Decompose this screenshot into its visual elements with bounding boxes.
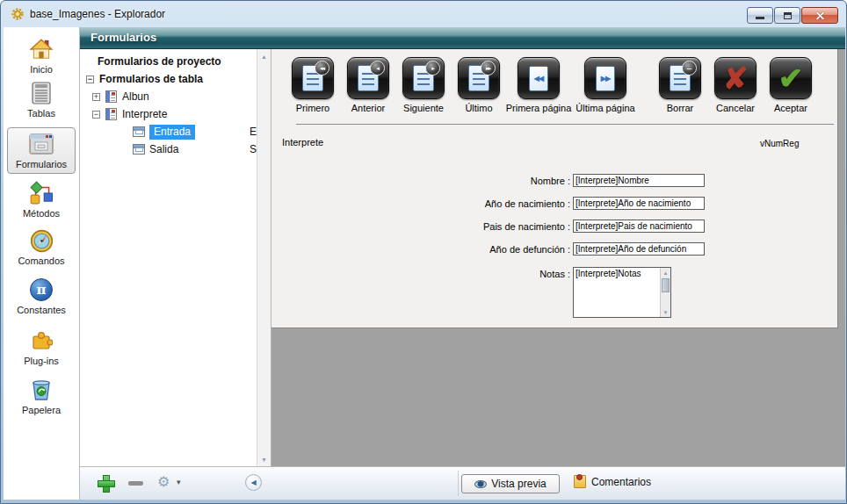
- tree-item-label: Interprete: [122, 108, 167, 120]
- tree-item-label-selected: Entrada: [149, 125, 195, 140]
- ano-defuncion-field[interactable]: [Interprete]Año de defunción: [573, 242, 705, 256]
- cancel-button[interactable]: ✘: [714, 57, 757, 99]
- sidebar-item-label: Papelera: [22, 405, 61, 415]
- delete-record-button[interactable]: −: [659, 57, 701, 99]
- previous-record-button[interactable]: ◂: [347, 57, 389, 99]
- sidebar-item-metodos[interactable]: Métodos: [7, 180, 76, 219]
- scroll-down-icon[interactable]: ▼: [661, 307, 670, 317]
- scrollbar-thumb[interactable]: [662, 278, 670, 292]
- collapse-panel-button[interactable]: ◀: [245, 474, 262, 491]
- comments-toggle[interactable]: Comentarios: [574, 475, 651, 488]
- toolbar-button-label: Última página: [563, 103, 648, 113]
- tree-item-salida[interactable]: Salida S: [80, 140, 257, 158]
- trash-icon: [28, 377, 54, 403]
- scroll-up-icon[interactable]: ▲: [257, 49, 271, 63]
- preview-button-label: Vista previa: [491, 478, 546, 490]
- cancel-x-icon: ✘: [723, 63, 749, 93]
- scroll-down-icon[interactable]: ▼: [257, 452, 271, 466]
- tree-item-label: Formularios de tabla: [99, 73, 203, 85]
- options-caret-icon[interactable]: ▾: [177, 478, 181, 486]
- collapse-expander-icon[interactable]: −: [92, 111, 100, 119]
- titlebar: base_Imagenes - Explorador: [1, 1, 846, 27]
- notas-field[interactable]: [Interprete]Notas ▲ ▼: [573, 267, 671, 318]
- first-page-icon: ◀◀: [529, 66, 548, 91]
- options-gear-icon[interactable]: ⚙: [157, 473, 170, 490]
- sidebar-item-comandos[interactable]: Comandos: [7, 227, 76, 266]
- commands-compass-icon: [28, 227, 54, 254]
- field-label-notas: Notas :: [342, 269, 570, 279]
- tree-item-formularios-tabla[interactable]: − Formularios de tabla: [80, 70, 257, 88]
- table-icon: [105, 90, 117, 103]
- maximize-button[interactable]: [774, 7, 800, 24]
- field-label-pais-nacimiento: Pais de nacimiento :: [342, 221, 570, 232]
- eye-icon: [474, 480, 487, 488]
- form-type-tag: E: [250, 126, 257, 138]
- sidebar-item-plugins[interactable]: Plug-ins: [7, 328, 76, 366]
- sidebar: Inicio Tablas: [4, 27, 80, 500]
- maximize-icon: [784, 12, 792, 19]
- sidebar-item-formularios[interactable]: Formularios: [7, 127, 76, 174]
- scroll-up-icon[interactable]: ▲: [661, 268, 670, 277]
- preview-toggle-button[interactable]: Vista previa: [461, 474, 560, 493]
- close-icon: [815, 11, 825, 20]
- forms-icon: [28, 131, 54, 157]
- sidebar-item-label: Plug-ins: [24, 356, 59, 366]
- tree-item-label: Formularios de proyecto: [98, 55, 221, 68]
- methods-icon: [28, 180, 54, 206]
- sidebar-item-label: Formularios: [16, 159, 67, 169]
- window-title: base_Imagenes - Explorador: [30, 8, 165, 20]
- last-arrows-icon: ▸▸: [481, 61, 496, 76]
- ano-nacimiento-field[interactable]: [Interprete]Año de nacimiento: [573, 197, 705, 210]
- last-page-button[interactable]: ▶▶: [584, 57, 626, 99]
- tree-item-label: Albun: [122, 90, 149, 103]
- panel-title: Formularios: [90, 31, 156, 44]
- add-button[interactable]: [98, 475, 113, 491]
- sidebar-item-tablas[interactable]: Tablas: [7, 80, 76, 119]
- nombre-field[interactable]: [Interprete]Nombre: [573, 174, 705, 187]
- accept-button[interactable]: ✔: [770, 57, 812, 99]
- comments-label: Comentarios: [591, 476, 651, 488]
- constants-pi-icon: π: [28, 277, 54, 303]
- sidebar-item-constantes[interactable]: π Constantes: [7, 277, 76, 315]
- collapse-expander-icon[interactable]: −: [86, 76, 94, 83]
- form-type-tag: S: [250, 143, 257, 155]
- notas-value: [Interprete]Notas: [576, 269, 641, 278]
- sidebar-item-papelera[interactable]: Papelera: [7, 377, 76, 415]
- first-page-button[interactable]: ◀◀: [518, 57, 560, 99]
- close-button[interactable]: [801, 7, 838, 24]
- last-record-button[interactable]: ▸▸: [458, 57, 500, 99]
- document-icon: ◂◂: [302, 65, 323, 91]
- field-label-nombre: Nombre :: [342, 176, 570, 186]
- tree-item-albun[interactable]: + Albun: [80, 88, 257, 105]
- sidebar-item-inicio[interactable]: Inicio: [7, 36, 76, 75]
- toolbar-button-label: Aceptar: [749, 103, 833, 113]
- pais-nacimiento-field[interactable]: [Interprete]Pais de nacimiento: [573, 220, 705, 233]
- tree-item-formularios-proyecto[interactable]: Formularios de proyecto: [80, 53, 257, 70]
- next-record-button[interactable]: ▸: [402, 57, 445, 99]
- first-arrows-icon: ◂◂: [315, 61, 329, 76]
- expand-expander-icon[interactable]: +: [92, 93, 100, 101]
- note-icon: [574, 475, 586, 488]
- first-record-button[interactable]: ◂◂: [292, 57, 334, 99]
- minimize-icon: [756, 17, 764, 19]
- tree-scrollbar[interactable]: ▲ ▼: [257, 49, 271, 466]
- tree-item-entrada[interactable]: Entrada E: [80, 123, 257, 140]
- accept-check-icon: ✔: [778, 63, 804, 93]
- form-icon: [133, 144, 145, 155]
- sidebar-item-label: Métodos: [23, 208, 60, 219]
- tables-icon: [28, 80, 54, 106]
- next-arrow-icon: ▸: [425, 61, 440, 76]
- form-icon: [133, 126, 145, 137]
- document-icon: ◂: [358, 65, 379, 91]
- notas-scrollbar[interactable]: ▲ ▼: [660, 268, 670, 317]
- tree-item-interprete[interactable]: − Interprete: [80, 105, 257, 123]
- tree-item-label: Salida: [149, 143, 178, 155]
- document-icon: ▸▸: [468, 65, 489, 91]
- remove-button[interactable]: [128, 481, 143, 486]
- window-content: Inicio Tablas: [4, 27, 845, 500]
- previous-arrow-icon: ◂: [370, 61, 385, 76]
- sidebar-item-label: Inicio: [30, 64, 53, 75]
- document-icon: −: [670, 65, 691, 91]
- minimize-button[interactable]: [747, 7, 773, 24]
- home-icon: [28, 36, 54, 62]
